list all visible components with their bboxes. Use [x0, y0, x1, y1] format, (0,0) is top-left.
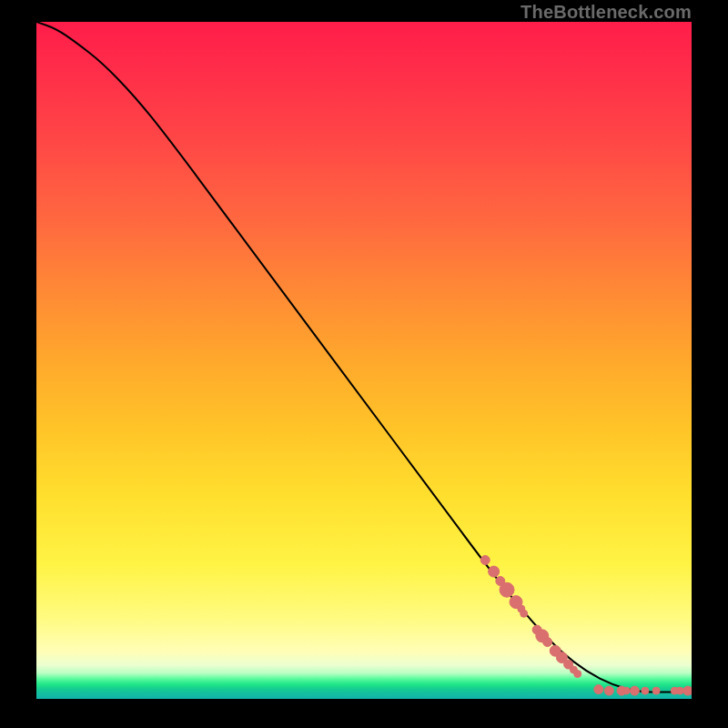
plot-area	[36, 22, 692, 699]
data-point	[574, 671, 581, 678]
data-point	[489, 566, 500, 577]
data-point	[652, 687, 660, 694]
chart-stage: TheBottleneck.com	[0, 0, 728, 728]
data-point	[480, 556, 490, 565]
data-point	[642, 687, 649, 694]
data-point	[622, 687, 630, 694]
data-point	[521, 610, 528, 617]
data-point	[594, 685, 603, 694]
data-point	[543, 638, 552, 647]
plot-svg	[36, 22, 692, 699]
attribution-text: TheBottleneck.com	[521, 2, 692, 23]
curve-line	[36, 22, 692, 693]
data-point	[630, 686, 639, 695]
data-point	[604, 686, 613, 695]
data-point	[688, 687, 692, 694]
data-point	[676, 687, 683, 694]
data-points	[480, 556, 692, 696]
data-point	[500, 582, 514, 597]
